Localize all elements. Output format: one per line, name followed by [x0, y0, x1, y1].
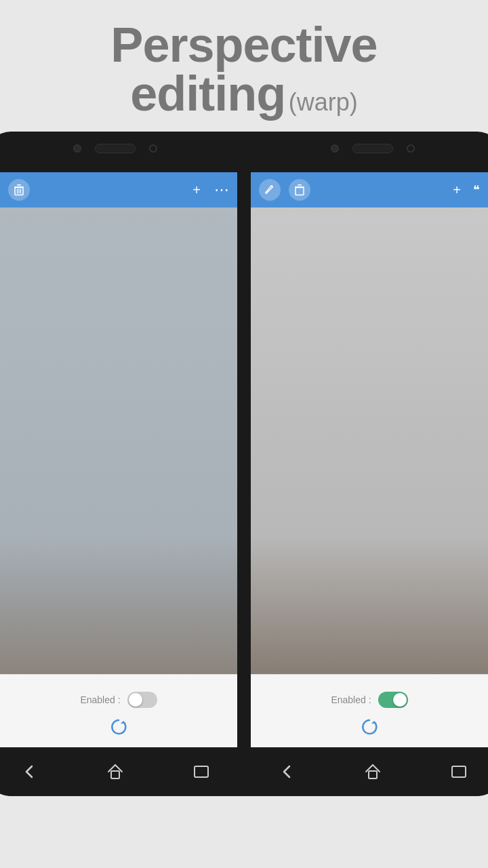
home-btn-left[interactable]	[106, 762, 125, 781]
phone-left-screen: + ⋯	[0, 172, 237, 755]
phone-left-bezel: + ⋯	[0, 132, 244, 796]
reset-icon-right	[359, 717, 380, 737]
svg-rect-1	[17, 184, 21, 186]
back-btn-left[interactable]	[20, 762, 39, 781]
recent-icon-right	[449, 762, 468, 781]
back-icon-left	[20, 762, 39, 781]
home-btn-right[interactable]	[363, 762, 382, 781]
phones-container: + ⋯	[0, 132, 488, 796]
reset-button-right[interactable]	[357, 715, 382, 739]
back-icon-right	[277, 762, 296, 781]
phone-right: + ❝	[244, 132, 488, 796]
page-title-line2: editing (warp)	[14, 69, 474, 118]
home-icon-left	[106, 762, 125, 781]
phone-right-bezel: + ❝	[244, 132, 488, 796]
speaker-right	[352, 144, 393, 153]
speaker-dot-right	[407, 144, 415, 153]
nav-bar-left	[0, 747, 244, 796]
reset-button-left[interactable]	[106, 715, 131, 739]
title-warp: (warp)	[289, 88, 358, 116]
svg-marker-60	[371, 721, 377, 724]
more-button-left[interactable]: ⋯	[214, 181, 229, 199]
svg-rect-30	[111, 771, 119, 778]
phone-left-top-bar	[0, 144, 244, 153]
trash-icon-right	[294, 184, 305, 196]
svg-rect-62	[452, 766, 466, 777]
svg-marker-29	[121, 721, 126, 724]
phone-left-content: + ⋯	[0, 172, 237, 755]
recent-btn-left[interactable]	[192, 762, 211, 781]
phone-right-top-bar	[244, 144, 488, 153]
svg-rect-34	[298, 184, 302, 186]
pencil-icon-btn-right[interactable]	[259, 179, 281, 201]
bottom-controls-left: Enabled :	[0, 674, 237, 755]
toggle-left[interactable]	[127, 692, 157, 708]
enabled-row-right: Enabled :	[331, 692, 407, 708]
home-icon-right	[363, 762, 382, 781]
title-perspective: Perspective	[110, 18, 377, 72]
camera-dot-right	[331, 144, 339, 153]
phone-right-screen: + ❝	[251, 172, 488, 755]
quote-button-right[interactable]: ❝	[473, 182, 480, 197]
title-editing: editing	[130, 66, 285, 121]
svg-rect-61	[369, 771, 377, 778]
enabled-label-left: Enabled :	[80, 694, 120, 705]
add-button-right[interactable]: +	[453, 182, 461, 198]
svg-rect-31	[195, 766, 208, 777]
bg-right	[251, 208, 488, 755]
trash-icon-btn-left[interactable]	[8, 179, 30, 201]
phone-left: + ⋯	[0, 132, 244, 796]
speaker-left	[95, 144, 136, 153]
pencil-icon	[264, 184, 275, 195]
trash-icon-btn-right[interactable]	[289, 179, 310, 201]
nav-bar-right	[244, 747, 488, 796]
toggle-knob-left	[129, 693, 142, 707]
enabled-row-left: Enabled :	[80, 692, 157, 708]
speaker-dot-left	[149, 144, 157, 153]
bg-left	[0, 208, 237, 755]
phone-right-content: + ❝	[251, 172, 488, 755]
svg-rect-35	[296, 188, 304, 195]
camera-dot-left	[73, 144, 81, 153]
add-button-left[interactable]: +	[192, 182, 201, 198]
page-title-line1: Perspective	[14, 20, 474, 69]
toolbar-left: + ⋯	[0, 172, 237, 208]
recent-icon-left	[192, 762, 211, 781]
toggle-right[interactable]	[378, 692, 408, 708]
trash-icon	[14, 184, 24, 196]
scene-right	[251, 208, 488, 755]
toolbar-right: + ❝	[251, 172, 488, 208]
enabled-label-right: Enabled :	[331, 694, 371, 705]
bottom-controls-right: Enabled :	[251, 674, 488, 755]
title-area: Perspective editing (warp)	[0, 0, 488, 132]
recent-btn-right[interactable]	[449, 762, 468, 781]
reset-icon-left	[108, 717, 129, 737]
back-btn-right[interactable]	[277, 762, 296, 781]
scene-left	[0, 208, 237, 755]
toggle-knob-right	[393, 693, 407, 707]
